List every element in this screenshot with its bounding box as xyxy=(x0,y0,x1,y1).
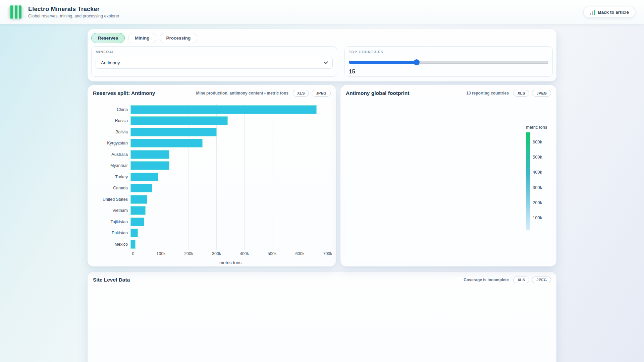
legend-tick-label: 600k xyxy=(533,139,542,144)
chevron-down-icon xyxy=(324,60,328,64)
x-tick-label: 200k xyxy=(184,251,193,256)
bar-category-label: Russia xyxy=(93,118,130,123)
bar-row-vietnam: Vietnam xyxy=(93,205,331,217)
legend-tick-label: 500k xyxy=(533,155,542,160)
bar-chart-icon xyxy=(590,10,595,15)
x-axis-ticks: 0100k200k300k400k500k600k700k xyxy=(133,251,328,258)
tab-mining[interactable]: Mining xyxy=(128,33,156,43)
mineral-select[interactable]: Antimony xyxy=(96,57,333,69)
bar-mexico[interactable] xyxy=(130,240,136,249)
slider-thumb[interactable] xyxy=(414,59,420,65)
bar-kyrgyzstan[interactable] xyxy=(130,139,203,147)
bar-pakistan[interactable] xyxy=(130,229,138,237)
bar-category-label: Canada xyxy=(93,186,130,190)
export-jpeg-button[interactable]: JPEG xyxy=(532,90,551,97)
export-xls-button[interactable]: XLS xyxy=(513,277,529,283)
legend-tick-label: 400k xyxy=(533,170,542,175)
top-countries-control-group: TOP COUNTRIES 15 xyxy=(344,46,553,77)
site-level-data-panel: Site Level Data Coverage is incomplete X… xyxy=(88,272,556,362)
bar-category-label: Australia xyxy=(93,152,130,157)
bar-category-label: Turkey xyxy=(93,175,130,179)
top-countries-label: TOP COUNTRIES xyxy=(349,50,548,54)
bar-track xyxy=(130,150,325,159)
legend-tick-label: 100k xyxy=(533,215,542,220)
bar-category-label: Kyrgyzstan xyxy=(93,141,130,145)
horizontal-bar-chart: ChinaRussiaBoliviaKyrgyzstanAustraliaMya… xyxy=(93,104,331,265)
bar-track xyxy=(130,229,325,237)
color-gradient-bar xyxy=(526,132,530,230)
legend-title: metric tons xyxy=(526,125,553,130)
app-header: Electro Minerals Tracker Global reserves… xyxy=(0,0,644,24)
bar-track xyxy=(130,218,325,226)
bar-canada[interactable] xyxy=(130,184,152,192)
x-tick-label: 700k xyxy=(323,251,332,256)
bar-china[interactable] xyxy=(130,105,317,114)
export-xls-button[interactable]: XLS xyxy=(513,90,529,97)
bar-chart-title: Reserves split: Antimony xyxy=(93,90,155,96)
tab-processing[interactable]: Processing xyxy=(160,33,198,43)
slider-fill xyxy=(349,61,417,64)
x-tick-label: 600k xyxy=(296,251,305,256)
export-xls-button[interactable]: XLS xyxy=(293,90,309,97)
bar-track xyxy=(130,128,325,136)
bar-row-russia: Russia xyxy=(93,115,331,127)
bar-tajikistan[interactable] xyxy=(130,218,144,226)
bar-row-united-states: United States xyxy=(93,194,331,205)
bar-track xyxy=(130,206,325,215)
bar-row-kyrgyzstan: Kyrgyzstan xyxy=(93,138,331,149)
bar-row-australia: Australia xyxy=(93,149,331,160)
x-tick-label: 400k xyxy=(240,251,249,256)
top-countries-slider[interactable] xyxy=(349,59,548,65)
bar-united-states[interactable] xyxy=(130,195,147,204)
bar-track xyxy=(130,184,325,192)
export-jpeg-button[interactable]: JPEG xyxy=(532,277,551,283)
map-title: Antimony global footprint xyxy=(346,90,409,96)
bar-row-myanmar: Myanmar xyxy=(93,160,331,172)
bar-chart-subtitle: Mine production, antimony content • metr… xyxy=(196,91,288,96)
bar-row-china: China xyxy=(93,104,331,115)
x-tick-label: 100k xyxy=(156,251,165,256)
bar-myanmar[interactable] xyxy=(130,161,169,170)
bar-row-canada: Canada xyxy=(93,183,331,194)
bar-category-label: China xyxy=(93,107,130,112)
bar-row-tajikistan: Tajikistan xyxy=(93,216,331,228)
back-to-article-button[interactable]: Back to article xyxy=(583,7,635,18)
app-title: Electro Minerals Tracker xyxy=(28,6,119,13)
bar-track xyxy=(130,195,325,204)
app-logo-bars-icon xyxy=(9,5,23,19)
mineral-selected-value: Antimony xyxy=(101,60,120,65)
choropleth-map-area[interactable]: metric tons 600k500k400k300k200k100k xyxy=(346,97,551,262)
tab-reserves[interactable]: Reserves xyxy=(91,33,125,43)
controls-panel: ReservesMiningProcessing MINERAL Antimon… xyxy=(88,29,556,81)
map-subtitle: 13 reporting countries xyxy=(466,91,509,96)
bar-category-label: Vietnam xyxy=(93,208,130,213)
bar-track xyxy=(130,105,325,114)
bar-vietnam[interactable] xyxy=(130,206,146,215)
view-tabs: ReservesMiningProcessing xyxy=(91,33,553,43)
x-tick-label: 300k xyxy=(212,251,221,256)
bar-track xyxy=(130,139,325,147)
bar-row-bolivia: Bolivia xyxy=(93,126,331,138)
reserves-bar-chart-panel: Reserves split: Antimony Mine production… xyxy=(88,85,336,266)
bar-category-label: Mexico xyxy=(93,242,130,247)
site-panel-subtitle: Coverage is incomplete xyxy=(464,278,509,282)
bar-category-label: Tajikistan xyxy=(93,220,130,224)
bar-category-label: Pakistan xyxy=(93,231,130,235)
bar-bolivia[interactable] xyxy=(130,128,217,136)
bar-category-label: United States xyxy=(93,197,130,202)
bar-russia[interactable] xyxy=(130,116,228,125)
bar-track xyxy=(130,161,325,170)
bar-track xyxy=(130,240,325,249)
back-button-label: Back to article xyxy=(598,10,629,15)
export-jpeg-button[interactable]: JPEG xyxy=(312,90,331,97)
bar-row-mexico: Mexico xyxy=(93,239,331,250)
color-scale-legend: metric tons 600k500k400k300k200k100k xyxy=(526,125,553,230)
bar-australia[interactable] xyxy=(130,150,169,159)
mineral-control-group: MINERAL Antimony xyxy=(91,46,337,77)
global-footprint-map-panel: Antimony global footprint 13 reporting c… xyxy=(340,85,556,266)
legend-tick-label: 300k xyxy=(533,185,542,190)
bar-track xyxy=(130,173,325,181)
x-tick-label: 0 xyxy=(132,251,135,256)
bar-turkey[interactable] xyxy=(130,173,158,181)
x-tick-label: 500k xyxy=(268,251,277,256)
